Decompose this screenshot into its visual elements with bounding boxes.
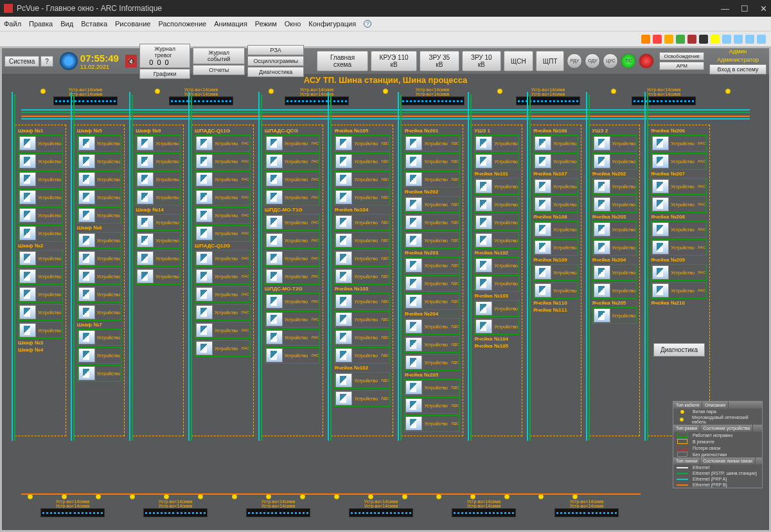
menu-insert[interactable]: Вставка [81,20,107,28]
ps-btn[interactable]: ПС [621,53,636,69]
device-item[interactable]: УстройствоЛАС [195,153,251,170]
device-item[interactable]: УстройствоЛАС [265,347,321,364]
nav-zru35[interactable]: ЗРУ 35 кВ [420,51,459,71]
menu-edit[interactable]: Правка [29,20,53,28]
device-item[interactable]: УстройствоЛАС [651,135,707,152]
network-switch[interactable]: Устр-во<14симвУстр-во<14симв [452,499,516,517]
device-item[interactable]: УстройствоЛДС [404,171,460,188]
device-item[interactable]: Устройство [533,239,578,256]
network-switch[interactable]: Устр-во<14симвУстр-во<14симв [554,499,619,517]
tool-pencil-icon[interactable] [641,35,650,44]
device-item[interactable]: УстройствоЛАС [265,268,321,285]
device-item[interactable]: Устройство [77,268,122,285]
alarm-journal-button[interactable]: Журнал тревог 000 [139,44,190,68]
device-item[interactable]: УстройствоЛАС [651,282,707,299]
network-switch[interactable]: Устр-во<14симвУстр-во<14симв [143,499,208,517]
device-item[interactable]: УстройствоЛДС [404,135,460,152]
device-item[interactable]: УстройствоЛДС [404,196,460,213]
device-item[interactable]: Устройство [474,178,519,195]
device-item[interactable]: Устройство [474,135,519,152]
device-item[interactable]: УстройствоЛДС [404,397,460,414]
device-item[interactable]: Устройство [533,153,578,170]
device-item[interactable]: УстройствоЛАС [265,293,321,310]
device-item[interactable]: УстройствоЛДС [404,153,460,170]
device-item[interactable]: Устройство [474,257,519,274]
menu-window[interactable]: Окно [285,20,301,28]
network-switch[interactable]: Устр-во<14симвУстр-во<14симв [349,499,413,517]
device-item[interactable]: Устройство [533,282,578,299]
device-item[interactable]: УстройствоЛДС [334,153,390,170]
device-item[interactable]: УстройствоЛАС [195,189,251,206]
diagnostics-button[interactable]: Диагностика [653,343,705,357]
device-item[interactable]: УстройствоЛДС [334,268,390,285]
tool-flag-icon[interactable] [664,35,673,44]
device-item[interactable]: Устройство [77,250,122,267]
device-item[interactable]: УстройствоЛАС [265,214,321,231]
network-switch[interactable]: Устр-во<14симвУстр-во<14симв [246,499,310,517]
device-item[interactable]: Устройство [136,135,181,152]
device-item[interactable]: УстройствоЛАС [265,250,321,267]
device-item[interactable]: Устройство [533,135,578,152]
device-item[interactable]: УстройствоЛДС [404,379,460,396]
device-item[interactable]: Устройство [592,153,637,170]
device-item[interactable]: Устройство [77,347,122,364]
arm-button[interactable]: АРМ [659,62,704,70]
tool-box1-icon[interactable] [687,35,696,44]
device-item[interactable]: Устройство [77,286,122,303]
mute-icon[interactable]: 🔇 [125,55,137,67]
device-item[interactable]: Устройство [474,318,519,335]
help-button[interactable]: ? [40,56,53,67]
device-item[interactable]: УстройствоЛДС [334,250,390,267]
maximize-icon[interactable]: ☐ [741,4,749,13]
device-item[interactable]: УстройствоЛДС [334,372,390,389]
device-item[interactable]: Устройство [77,189,122,206]
device-item[interactable]: УстройствоЛДС [404,354,460,371]
tool-bulb-icon[interactable] [711,35,720,44]
device-item[interactable]: УстройствоЛАС [265,329,321,346]
device-item[interactable]: Устройство [136,153,181,170]
odu-btn[interactable]: ОДУ [585,53,600,69]
device-item[interactable]: УстройствоЛАС [195,304,251,321]
tool-zoomfit-icon[interactable] [745,35,754,44]
device-item[interactable]: Устройство [592,135,637,152]
device-item[interactable]: УстройствоЛАС [195,322,251,339]
device-item[interactable]: УстройствоЛАС [265,153,321,170]
cus-btn[interactable]: ЦУС [603,53,618,69]
menu-file[interactable]: Файл [4,20,21,28]
device-item[interactable]: УстройствоЛДС [404,232,460,249]
menu-config[interactable]: Конфигурация [308,20,356,28]
nav-shsn[interactable]: ЩСН [504,51,533,71]
device-item[interactable]: Устройство [474,300,519,317]
device-item[interactable]: УстройствоЛАС [265,189,321,206]
system-button[interactable]: Система [4,56,39,67]
device-item[interactable]: УстройствоЛАС [265,171,321,188]
device-item[interactable]: Устройство [474,275,519,292]
device-item[interactable]: УстройствоЛАС [265,232,321,249]
release-button[interactable]: Освобождение [659,52,704,60]
device-item[interactable]: Устройство [18,171,63,188]
rza-button[interactable]: РЗА [247,45,303,55]
device-item[interactable]: УстройствоЛДС [334,232,390,249]
device-item[interactable]: УстройствоЛДС [334,171,390,188]
device-item[interactable]: УстройствоЛАС [651,264,707,281]
device-item[interactable]: УстройствоЛАС [195,207,251,224]
device-item[interactable]: УстройствоЛДС [334,214,390,231]
device-item[interactable]: УстройствоЛАС [195,135,251,152]
device-item[interactable]: Устройство [474,232,519,249]
device-item[interactable]: УстройствоЛДС [404,415,460,432]
device-item[interactable]: УстройствоЛАС [651,153,707,170]
device-item[interactable]: УстройствоЛДС [334,390,390,407]
device-item[interactable]: Устройство [533,221,578,238]
menu-draw[interactable]: Рисование [115,20,150,28]
device-item[interactable]: УстройствоЛДС [404,293,460,310]
device-item[interactable]: Устройство [592,221,637,238]
device-item[interactable]: УстройствоЛАС [195,286,251,303]
device-item[interactable]: Устройство [136,189,181,206]
device-item[interactable]: Устройство [77,171,122,188]
device-item[interactable]: Устройство [592,282,637,299]
nav-zru10[interactable]: ЗРУ 10 кВ [462,51,501,71]
nav-shpt[interactable]: ЩПТ [536,51,565,71]
menu-mode[interactable]: Режим [255,20,277,28]
device-item[interactable]: УстройствоЛАС [265,311,321,328]
nav-krue110[interactable]: КРУЭ 110 кВ [371,51,417,71]
